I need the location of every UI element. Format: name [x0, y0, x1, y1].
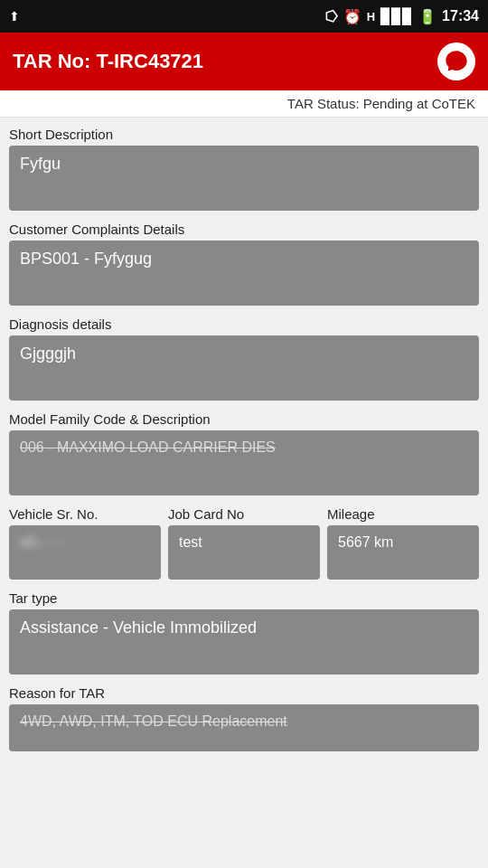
short-description-value[interactable]: Fyfgu — [9, 146, 479, 211]
status-bar-left: ⬆ — [9, 9, 20, 24]
time-display: 17:34 — [442, 8, 479, 24]
tar-number-title: TAR No: T-IRC43721 — [13, 50, 203, 73]
reason-for-tar-group: Reason for TAR 4WD, AWD, ITM, TOD ECU Re… — [9, 685, 479, 751]
short-description-group: Short Description Fyfgu — [9, 127, 479, 211]
job-card-no-label: Job Card No — [168, 506, 320, 522]
alarm-icon: ⏰ — [343, 8, 361, 25]
app-header: TAR No: T-IRC43721 — [0, 33, 488, 90]
status-bar-right: ⭔ ⏰ H ▊▊▊ 🔋 17:34 — [325, 8, 479, 25]
reason-for-tar-value[interactable]: 4WD, AWD, ITM, TOD ECU Replacement — [9, 704, 479, 751]
customer-complaints-group: Customer Complaints Details BPS001 - Fyf… — [9, 222, 479, 306]
model-family-code-value[interactable]: 006 - MAXXIMO LOAD CARRIER DIES — [9, 430, 479, 495]
model-family-code-label: Model Family Code & Description — [9, 411, 479, 427]
vehicle-sr-no-label: Vehicle Sr. No. — [9, 506, 161, 522]
content-area: Short Description Fyfgu Customer Complai… — [0, 118, 488, 771]
tar-type-label: Tar type — [9, 590, 479, 606]
tar-status-text: TAR Status: Pending at CoTEK — [287, 96, 475, 111]
diagnosis-details-value[interactable]: Gjgggjh — [9, 335, 479, 401]
model-family-code-group: Model Family Code & Description 006 - MA… — [9, 411, 479, 495]
customer-complaints-value[interactable]: BPS001 - Fyfygug — [9, 241, 479, 306]
tar-status-bar: TAR Status: Pending at CoTEK — [0, 90, 488, 118]
short-description-label: Short Description — [9, 127, 479, 142]
mileage-col: Mileage 5667 km — [327, 506, 479, 580]
diagnosis-details-label: Diagnosis details — [9, 316, 479, 332]
vehicle-sr-no-value[interactable]: a5------ — [9, 525, 161, 580]
mileage-label: Mileage — [327, 506, 479, 522]
job-card-no-value[interactable]: test — [168, 525, 320, 580]
job-card-no-col: Job Card No test — [168, 506, 320, 580]
signal-h-icon: H — [367, 10, 375, 24]
chat-icon — [444, 49, 469, 74]
diagnosis-details-group: Diagnosis details Gjgggjh — [9, 316, 479, 401]
tar-type-group: Tar type Assistance - Vehicle Immobilize… — [9, 590, 479, 675]
tar-type-value[interactable]: Assistance - Vehicle Immobilized — [9, 609, 479, 675]
reason-for-tar-label: Reason for TAR — [9, 685, 479, 701]
battery-icon: 🔋 — [418, 8, 436, 25]
signal-bars-icon: ▊▊▊ — [380, 8, 413, 25]
status-bar: ⬆ ⭔ ⏰ H ▊▊▊ 🔋 17:34 — [0, 0, 488, 33]
mileage-value[interactable]: 5667 km — [327, 525, 479, 580]
chat-icon-button[interactable] — [437, 42, 475, 80]
vehicle-sr-no-col: Vehicle Sr. No. a5------ — [9, 506, 161, 580]
bluetooth-icon: ⭔ — [325, 8, 338, 25]
upload-icon: ⬆ — [9, 9, 20, 24]
customer-complaints-label: Customer Complaints Details — [9, 222, 479, 237]
vehicle-info-row: Vehicle Sr. No. a5------ Job Card No tes… — [9, 506, 479, 580]
